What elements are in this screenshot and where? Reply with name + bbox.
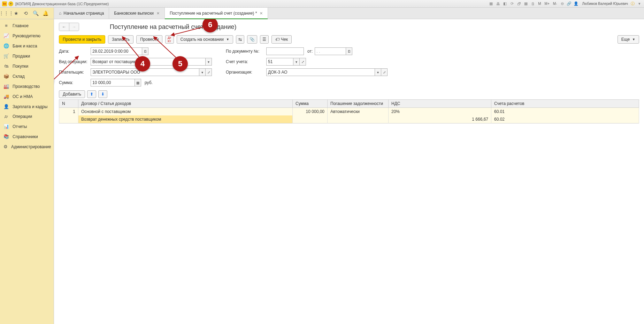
refresh-icon[interactable]: ⟳ (509, 1, 514, 6)
col-vat-header[interactable]: НДС (389, 100, 491, 108)
col-payoff-header[interactable]: Погашение задолженности (328, 100, 389, 108)
save-button[interactable]: Записать (108, 35, 133, 44)
sidebar-item-payroll[interactable]: 👤Зарплата и кадры (0, 101, 54, 112)
date-icon[interactable]: 🗓 (530, 1, 535, 6)
chevron-down-icon[interactable]: ▾ (293, 58, 300, 66)
cell-n[interactable]: 1 (59, 108, 78, 116)
box-icon: 📦 (3, 74, 9, 79)
org-input[interactable]: ДОК-3 АО (266, 68, 375, 76)
cell-sum[interactable]: 10 000,00 (293, 108, 328, 116)
dtkt-button[interactable]: ДтКт (165, 35, 174, 44)
button-label: Чек (281, 37, 288, 42)
chevron-down-icon[interactable]: ▾ (199, 68, 206, 76)
sidebar-item-warehouse[interactable]: 📦Склад (0, 71, 54, 81)
cell-acct2[interactable]: 60.02 (491, 115, 639, 123)
date-input[interactable]: 28.02.2019 0:00:00 (91, 47, 142, 55)
sidebar-item-operations[interactable]: ДтОперации (0, 112, 54, 121)
post-button[interactable]: Провести (136, 35, 162, 44)
cell-acct1[interactable]: 60.01 (491, 108, 639, 116)
col-accounts-header[interactable]: Счета расчетов (491, 100, 639, 108)
move-down-button[interactable]: ⬇ (98, 90, 107, 98)
calc-icon[interactable]: 🗗 (516, 1, 521, 6)
cart-icon: 🛒 (3, 53, 9, 59)
calendar-picker-icon[interactable]: 🗓 (346, 47, 352, 55)
sidebar-item-purchases[interactable]: 🛍Покупки (0, 61, 54, 71)
add-row-button[interactable]: Добавить (59, 90, 85, 98)
apps-icon[interactable]: ⋮⋮⋮ (3, 10, 9, 16)
cell-vat-sum[interactable]: 1 666,67 (389, 115, 491, 123)
chevron-down-icon[interactable]: ▾ (375, 68, 381, 76)
input-value: 10 000,00 (92, 80, 111, 85)
m-minus-button[interactable]: M- (552, 2, 558, 6)
input-value: ЭЛЕКТРОТОВАРЫ ООО (92, 70, 140, 75)
favorite-icon[interactable]: ★ (13, 10, 19, 16)
open-icon[interactable]: ⤢ (381, 68, 388, 76)
nav-buttons: ← → (59, 23, 79, 31)
attach-button[interactable]: 📎 (247, 35, 257, 44)
calendar-picker-icon[interactable]: 🗓 (142, 47, 148, 55)
sidebar-item-manager[interactable]: 📈Руководителю (0, 31, 54, 41)
table-row[interactable]: 1 Основной с поставщиком 10 000,00 Автом… (59, 108, 639, 116)
calendar-icon[interactable]: ▦ (523, 1, 528, 6)
m-plus-button[interactable]: M+ (544, 2, 550, 6)
sum-input[interactable]: 10 000,00 (91, 79, 135, 86)
sidebar-item-main[interactable]: ≡Главное (0, 21, 54, 31)
open-icon[interactable]: ⤢ (300, 58, 306, 66)
link-icon[interactable]: 🔗 (567, 1, 572, 6)
cell-vat-rate[interactable]: 20% (389, 108, 491, 116)
user-name[interactable]: Любимов Валерий Юрьевич (582, 2, 628, 6)
tab-label: Начальная страница (63, 11, 104, 16)
nav-forward-button[interactable]: → (69, 23, 79, 31)
bell-icon[interactable]: 🔔 (43, 10, 48, 16)
zoom-out-icon[interactable]: ⊖ (560, 1, 565, 6)
dtkt-icon: Дт (3, 115, 9, 118)
cell-empty (328, 115, 389, 123)
sidebar-item-production[interactable]: 🏭Производство (0, 81, 54, 91)
structure-button[interactable]: ⇆ (236, 35, 244, 44)
cell-payoff[interactable]: Автоматически (328, 108, 389, 116)
sidebar-item-bank[interactable]: 🌐Банк и касса (0, 41, 54, 51)
info-icon[interactable]: ⓘ (630, 1, 635, 6)
cell-contract[interactable]: Основной с поставщиком (78, 108, 293, 116)
create-based-button[interactable]: Создать на основании▼ (177, 35, 233, 44)
move-up-button[interactable]: ⬆ (87, 90, 96, 98)
tab-receipt[interactable]: Поступление на расчетный счет (создание)… (165, 8, 268, 19)
cheque-button[interactable]: 🏷Чек (271, 35, 292, 44)
list-button[interactable]: ☰ (260, 35, 269, 44)
sidebar-item-assets[interactable]: 🚚ОС и НМА (0, 91, 54, 101)
open-icon[interactable]: ⤢ (206, 68, 212, 76)
sidebar-item-reports[interactable]: 📊Отчеты (0, 121, 54, 131)
history-icon[interactable]: ⟲ (23, 10, 29, 16)
print-icon[interactable]: 🖶 (496, 1, 500, 6)
docnum-input[interactable] (266, 47, 304, 55)
print-preview-icon[interactable]: ▦ (489, 1, 493, 6)
nav-back-button[interactable]: ← (59, 23, 69, 31)
sidebar-item-catalogs[interactable]: 📚Справочники (0, 131, 54, 142)
more-button[interactable]: Еще▼ (618, 35, 639, 44)
compare-icon[interactable]: ◧ (503, 1, 507, 6)
bag-icon: 🛍 (3, 63, 9, 69)
col-contract-header[interactable]: Договор / Статья доходов (78, 100, 293, 108)
tab-bank-statements[interactable]: Банковские выписки ✕ (109, 8, 165, 19)
search-icon[interactable]: 🔍 (33, 10, 38, 16)
table-row[interactable]: Возврат денежных средств поставщиком 1 6… (59, 115, 639, 123)
m-button[interactable]: M (537, 2, 542, 6)
post-and-close-button[interactable]: Провести и закрыть (59, 35, 105, 44)
dropdown-icon[interactable]: ▾ (8, 1, 13, 6)
chevron-down-icon[interactable]: ▾ (206, 58, 212, 66)
docdate-input[interactable]: . . (315, 47, 346, 55)
tab-home[interactable]: ⌂ Начальная страница (54, 8, 109, 19)
col-n-header[interactable]: N (59, 100, 78, 108)
person-icon: 👤 (3, 104, 9, 109)
sidebar-item-admin[interactable]: ⚙Администрирование (0, 142, 54, 152)
sidebar-item-sales[interactable]: 🛒Продажи (0, 51, 54, 61)
calc-icon[interactable]: ▦ (135, 79, 141, 86)
minimize-icon[interactable]: ▾ (637, 1, 642, 6)
close-icon[interactable]: ✕ (260, 11, 263, 16)
close-icon[interactable]: ✕ (156, 11, 160, 16)
payer-label: Плательщик: (59, 70, 89, 75)
details-table: N Договор / Статья доходов Сумма Погашен… (59, 99, 639, 123)
col-sum-header[interactable]: Сумма (293, 100, 328, 108)
account-input[interactable]: 51 (266, 58, 293, 66)
cell-income-item[interactable]: Возврат денежных средств поставщиком (78, 115, 293, 123)
